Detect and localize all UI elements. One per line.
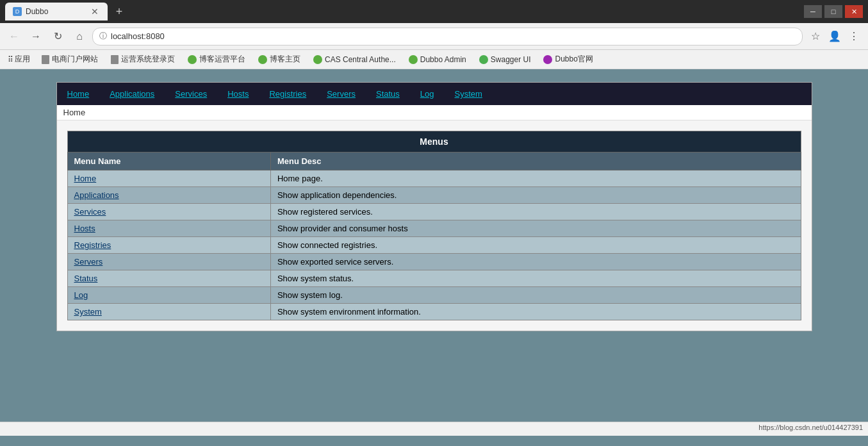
nav-servers[interactable]: Servers bbox=[316, 83, 366, 105]
table-row: System Show system environment informati… bbox=[67, 304, 801, 320]
bookmark-favicon-cas bbox=[313, 55, 322, 64]
bookmark-label-dubbo-admin: Dubbo Admin bbox=[420, 55, 466, 64]
dubbo-nav: Home Applications Services Hosts Registr… bbox=[57, 83, 812, 105]
maximize-button[interactable]: □ bbox=[824, 5, 842, 18]
home-nav-button[interactable]: ⌂ bbox=[70, 28, 88, 45]
bookmark-button[interactable]: ☆ bbox=[807, 28, 824, 45]
menu-desc-cell: Show exported service servers. bbox=[270, 254, 801, 270]
nav-hosts[interactable]: Hosts bbox=[217, 83, 259, 105]
bookmark-favicon-swagger bbox=[479, 55, 488, 64]
menu-desc-cell: Show system environment information. bbox=[270, 304, 801, 320]
menu-name-cell: System bbox=[67, 304, 270, 320]
breadcrumb-text: Home bbox=[63, 108, 86, 117]
bookmark-label-dubbo-official: Dubbo官网 bbox=[555, 54, 593, 65]
menu-desc-cell: Show provider and consumer hosts bbox=[270, 220, 801, 237]
bookmark-swagger[interactable]: Swagger UI bbox=[475, 54, 535, 65]
menus-title: Menus bbox=[67, 131, 801, 153]
bookmark-blog-home[interactable]: 博客主页 bbox=[254, 53, 304, 66]
back-button[interactable]: ← bbox=[5, 28, 23, 45]
table-row: Applications Show application dependenci… bbox=[67, 187, 801, 204]
menus-table: Menus Menu Name Menu Desc Home Home page… bbox=[67, 131, 801, 320]
menu-desc-cell: Home page. bbox=[270, 170, 801, 187]
menu-desc-cell: Show system log. bbox=[270, 287, 801, 304]
address-text: localhost:8080 bbox=[111, 31, 796, 41]
breadcrumb: Home bbox=[57, 105, 812, 120]
apps-grid-symbol: ⠿ bbox=[8, 55, 13, 64]
menu-name-link[interactable]: System bbox=[74, 307, 102, 317]
menus-header-row: Menu Name Menu Desc bbox=[67, 153, 801, 170]
browser-titlebar: D Dubbo ✕ + ─ □ ✕ bbox=[0, 0, 868, 23]
bookmark-favicon-dubbo-official bbox=[543, 55, 552, 64]
apps-grid-icon[interactable]: ⠿ 应用 bbox=[5, 53, 33, 66]
toolbar-actions: ☆ 👤 ⋮ bbox=[807, 28, 863, 45]
nav-applications[interactable]: Applications bbox=[99, 83, 165, 105]
browser-window: D Dubbo ✕ + ─ □ ✕ ← → ↻ ⌂ ⓘ localhost:80… bbox=[0, 0, 868, 436]
bookmark-label-swagger: Swagger UI bbox=[491, 55, 531, 64]
menu-name-cell: Home bbox=[67, 170, 270, 187]
tab-close-button[interactable]: ✕ bbox=[90, 7, 100, 16]
menu-name-link[interactable]: Home bbox=[74, 174, 97, 183]
dubbo-main: Menus Menu Name Menu Desc Home Home page… bbox=[57, 120, 812, 331]
status-url: https://blog.csdn.net/u014427391 bbox=[758, 424, 863, 431]
reload-button[interactable]: ↻ bbox=[49, 28, 67, 45]
profile-button[interactable]: 👤 bbox=[826, 28, 844, 45]
table-row: Log Show system log. bbox=[67, 287, 801, 304]
bookmark-ecommerce[interactable]: 电商门户网站 bbox=[38, 53, 102, 66]
menu-name-link[interactable]: Status bbox=[74, 274, 98, 283]
bookmark-label-ecommerce: 电商门户网站 bbox=[52, 54, 98, 65]
nav-registries[interactable]: Registries bbox=[259, 83, 316, 105]
lock-icon: ⓘ bbox=[99, 31, 107, 42]
menu-desc-cell: Show registered services. bbox=[270, 204, 801, 220]
table-row: Services Show registered services. bbox=[67, 204, 801, 220]
tab-title: Dubbo bbox=[26, 7, 48, 16]
status-bar: https://blog.csdn.net/u014427391 bbox=[0, 422, 868, 436]
table-row: Hosts Show provider and consumer hosts bbox=[67, 220, 801, 237]
table-row: Servers Show exported service servers. bbox=[67, 254, 801, 270]
address-bar[interactable]: ⓘ localhost:8080 bbox=[92, 28, 803, 45]
bookmark-ops[interactable]: 运营系统登录页 bbox=[107, 53, 179, 66]
col-name-header: Menu Name bbox=[67, 153, 270, 170]
bookmark-favicon-blog-ops bbox=[188, 55, 197, 64]
new-tab-button[interactable]: + bbox=[110, 3, 128, 21]
menu-name-cell: Hosts bbox=[67, 220, 270, 237]
bookmark-label-blog-ops: 博客运营平台 bbox=[199, 54, 245, 65]
menu-desc-cell: Show connected registries. bbox=[270, 237, 801, 254]
nav-home[interactable]: Home bbox=[57, 83, 100, 105]
menus-title-row: Menus bbox=[67, 131, 801, 153]
menu-name-cell: Services bbox=[67, 204, 270, 220]
bookmark-cas[interactable]: CAS Central Authe... bbox=[309, 54, 400, 65]
nav-log[interactable]: Log bbox=[410, 83, 445, 105]
menu-name-cell: Log bbox=[67, 287, 270, 304]
window-controls: ─ □ ✕ bbox=[804, 5, 863, 18]
menu-button[interactable]: ⋮ bbox=[845, 28, 863, 45]
menu-name-link[interactable]: Applications bbox=[74, 190, 119, 200]
table-row: Registries Show connected registries. bbox=[67, 237, 801, 254]
menu-name-cell: Registries bbox=[67, 237, 270, 254]
menu-desc-cell: Show system status. bbox=[270, 270, 801, 287]
nav-system[interactable]: System bbox=[445, 83, 493, 105]
forward-button[interactable]: → bbox=[27, 28, 45, 45]
nav-services[interactable]: Services bbox=[165, 83, 217, 105]
bookmark-dubbo-admin[interactable]: Dubbo Admin bbox=[405, 54, 470, 65]
bookmark-label-ops: 运营系统登录页 bbox=[121, 54, 175, 65]
menu-name-cell: Status bbox=[67, 270, 270, 287]
bookmarks-bar: ⠿ 应用 电商门户网站 运营系统登录页 博客运营平台 博客主页 CAS Cent… bbox=[0, 50, 868, 69]
bookmark-dubbo-official[interactable]: Dubbo官网 bbox=[539, 53, 596, 66]
browser-addressbar: ← → ↻ ⌂ ⓘ localhost:8080 ☆ 👤 ⋮ bbox=[0, 23, 868, 50]
menu-name-link[interactable]: Log bbox=[74, 290, 88, 300]
bookmark-favicon-dubbo-admin bbox=[409, 55, 418, 64]
bookmark-blog-ops[interactable]: 博客运营平台 bbox=[184, 53, 249, 66]
menu-name-link[interactable]: Servers bbox=[74, 257, 103, 267]
bookmark-favicon-blog-home bbox=[258, 55, 267, 64]
bookmark-favicon-ecommerce bbox=[42, 55, 49, 64]
close-button[interactable]: ✕ bbox=[845, 5, 863, 18]
bookmark-label-blog-home: 博客主页 bbox=[270, 54, 300, 65]
minimize-button[interactable]: ─ bbox=[804, 5, 822, 18]
nav-status[interactable]: Status bbox=[366, 83, 410, 105]
menu-name-link[interactable]: Registries bbox=[74, 240, 111, 250]
browser-tab[interactable]: D Dubbo ✕ bbox=[5, 3, 108, 21]
menu-name-link[interactable]: Hosts bbox=[74, 224, 95, 233]
menu-name-link[interactable]: Services bbox=[74, 207, 106, 217]
col-desc-header: Menu Desc bbox=[270, 153, 801, 170]
tab-favicon: D bbox=[13, 7, 22, 16]
